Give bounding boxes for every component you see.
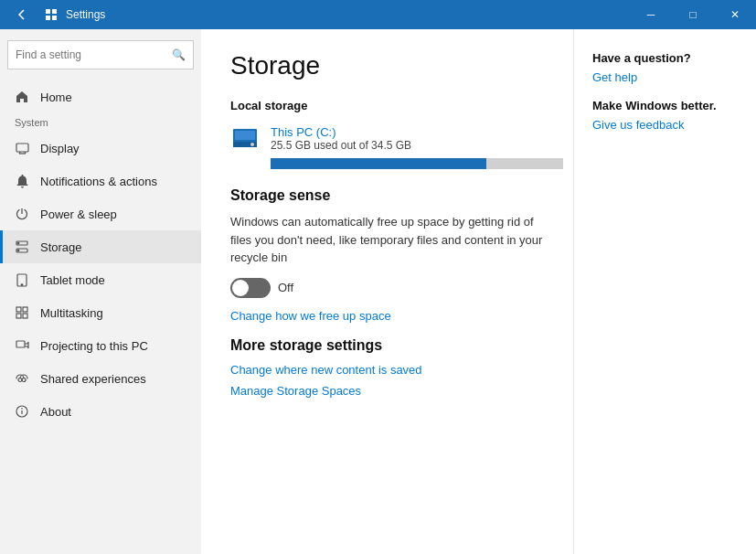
svg-point-25 xyxy=(21,408,23,410)
svg-rect-4 xyxy=(16,144,28,152)
svg-rect-27 xyxy=(235,131,255,140)
sidebar-item-projecting-label: Projecting to this PC xyxy=(40,339,148,353)
sidebar-item-display-label: Display xyxy=(40,142,80,155)
svg-rect-1 xyxy=(52,9,57,14)
app-container: 🔍 Home System Display xyxy=(0,29,756,554)
toggle-row: Off xyxy=(230,278,544,298)
svg-point-29 xyxy=(250,143,254,146)
system-section-label: System xyxy=(0,113,201,132)
local-storage-label: Local storage xyxy=(230,99,544,112)
storage-bar-fill xyxy=(271,158,486,169)
sidebar-item-multitasking[interactable]: Multitasking xyxy=(0,296,201,329)
more-settings-heading: More storage settings xyxy=(230,337,544,354)
svg-point-13 xyxy=(17,250,19,251)
sidebar-item-about[interactable]: About xyxy=(0,395,201,428)
svg-rect-17 xyxy=(23,307,27,312)
storage-icon xyxy=(15,240,29,254)
display-icon xyxy=(15,141,29,155)
about-icon xyxy=(15,404,29,419)
window-controls: ─ □ ✕ xyxy=(630,0,756,29)
sidebar-item-storage[interactable]: Storage xyxy=(0,230,201,263)
minimize-button[interactable]: ─ xyxy=(630,0,672,29)
page-title: Storage xyxy=(230,51,544,80)
svg-rect-3 xyxy=(52,16,57,20)
sidebar-item-home-label: Home xyxy=(40,91,72,104)
sidebar-item-multitasking-label: Multitasking xyxy=(40,306,103,320)
app-icon xyxy=(44,7,59,22)
projecting-icon xyxy=(15,338,29,353)
search-icon: 🔍 xyxy=(172,48,186,61)
sidebar-item-storage-label: Storage xyxy=(40,240,82,254)
sidebar-item-projecting[interactable]: Projecting to this PC xyxy=(0,329,201,362)
right-panel: Have a question? Get help Make Windows b… xyxy=(573,29,756,554)
main-content: Storage Local storage This PC (C:) 25.5 … xyxy=(201,29,573,554)
search-input[interactable] xyxy=(16,48,172,61)
give-feedback-link[interactable]: Give us feedback xyxy=(592,118,738,132)
sidebar-item-tablet-label: Tablet mode xyxy=(40,273,105,287)
sidebar-item-shared[interactable]: Shared experiences xyxy=(0,362,201,395)
home-icon xyxy=(15,90,29,104)
svg-rect-18 xyxy=(16,314,21,318)
maximize-button[interactable]: □ xyxy=(672,0,714,29)
help-title: Have a question? xyxy=(592,51,738,65)
sidebar-item-tablet[interactable]: Tablet mode xyxy=(0,263,201,296)
change-content-location-link[interactable]: Change where new content is saved xyxy=(230,363,544,377)
drive-info: This PC (C:) 25.5 GB used out of 34.5 GB xyxy=(271,125,411,152)
window-title: Settings xyxy=(66,8,105,21)
multitasking-icon xyxy=(15,305,29,320)
close-button[interactable]: ✕ xyxy=(714,0,756,29)
manage-storage-spaces-link[interactable]: Manage Storage Spaces xyxy=(230,384,544,398)
shared-icon xyxy=(15,371,29,386)
get-help-link[interactable]: Get help xyxy=(592,70,738,84)
svg-point-12 xyxy=(17,242,19,244)
search-box[interactable]: 🔍 xyxy=(7,40,194,69)
sidebar-item-notifications[interactable]: Notifications & actions xyxy=(0,165,201,197)
titlebar: Settings ─ □ ✕ xyxy=(0,0,756,29)
svg-rect-20 xyxy=(16,341,25,347)
sidebar: 🔍 Home System Display xyxy=(0,29,201,554)
sidebar-item-display[interactable]: Display xyxy=(0,132,201,165)
sidebar-item-power-label: Power & sleep xyxy=(40,208,117,221)
drive-icon xyxy=(230,123,260,153)
power-icon xyxy=(15,207,29,221)
storage-drive-section: This PC (C:) 25.5 GB used out of 34.5 GB xyxy=(230,123,544,169)
svg-rect-16 xyxy=(16,307,21,312)
notifications-icon xyxy=(15,174,29,188)
drive-size: 25.5 GB used out of 34.5 GB xyxy=(271,139,411,152)
svg-rect-0 xyxy=(46,9,50,14)
sidebar-item-shared-label: Shared experiences xyxy=(40,372,146,386)
svg-point-15 xyxy=(21,283,23,285)
drive-link[interactable]: This PC (C:) xyxy=(271,125,411,139)
storage-bar-track xyxy=(271,158,563,169)
storage-sense-desc: Windows can automatically free up space … xyxy=(230,213,544,267)
sidebar-item-home[interactable]: Home xyxy=(0,80,201,113)
back-button[interactable] xyxy=(7,0,37,29)
storage-sense-toggle[interactable] xyxy=(230,278,271,298)
storage-sense-heading: Storage sense xyxy=(230,187,544,204)
svg-rect-2 xyxy=(46,16,50,20)
toggle-label: Off xyxy=(278,281,293,294)
toggle-knob xyxy=(232,280,249,296)
drive-row: This PC (C:) 25.5 GB used out of 34.5 GB xyxy=(230,123,544,153)
sidebar-item-notifications-label: Notifications & actions xyxy=(40,175,157,188)
sidebar-item-about-label: About xyxy=(40,405,71,419)
tablet-icon xyxy=(15,272,29,287)
sidebar-item-power[interactable]: Power & sleep xyxy=(0,197,201,230)
feedback-title: Make Windows better. xyxy=(592,99,738,112)
change-free-space-link[interactable]: Change how we free up space xyxy=(230,309,544,323)
svg-rect-19 xyxy=(23,314,27,318)
titlebar-left: Settings xyxy=(7,0,105,29)
